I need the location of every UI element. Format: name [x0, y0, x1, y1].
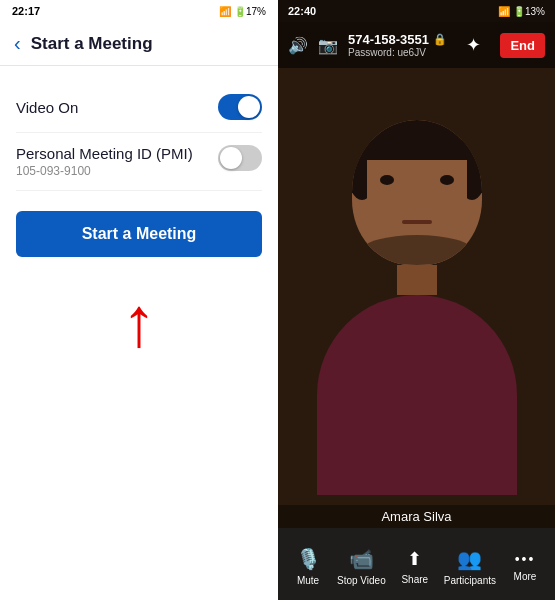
end-button[interactable]: End	[500, 33, 545, 58]
person-head	[352, 120, 482, 265]
back-button[interactable]: ‹	[14, 32, 21, 55]
toolbar-participants[interactable]: 👥 Participants	[444, 547, 496, 586]
person-beard	[362, 235, 472, 265]
share-label: Share	[401, 574, 428, 585]
mute-label: Mute	[297, 575, 319, 586]
right-panel: 22:40 📶 🔋13% 🔊 📷 574-158-3551 🔒 Password…	[278, 0, 555, 600]
right-signal-icon: 📶	[498, 6, 510, 17]
start-meeting-button[interactable]: Start a Meeting	[16, 211, 262, 257]
video-on-label: Video On	[16, 99, 78, 116]
person-neck	[397, 265, 437, 295]
meeting-header: 🔊 📷 574-158-3551 🔒 Password: ue6JV ✦ End	[278, 22, 555, 68]
left-header: ‹ Start a Meeting	[0, 22, 278, 66]
right-battery-icon: 🔋13%	[513, 6, 545, 17]
video-on-row: Video On	[16, 82, 262, 133]
meeting-id: 574-158-3551	[348, 32, 429, 47]
pmi-toggle[interactable]	[218, 145, 262, 171]
person-figure	[317, 120, 517, 540]
person-eye-left	[380, 175, 394, 185]
toolbar-mute[interactable]: 🎙️ Mute	[285, 547, 331, 586]
right-status-icons: 📶 🔋13%	[498, 6, 545, 17]
left-content: Video On Personal Meeting ID (PMI) 105-0…	[0, 66, 278, 600]
arrow-annotation: ↑	[16, 287, 262, 357]
left-status-icons: 📶 🔋17%	[219, 6, 266, 17]
right-time: 22:40	[288, 5, 316, 17]
lock-icon: 🔒	[433, 33, 447, 46]
meeting-password: Password: ue6JV	[348, 47, 447, 58]
toolbar-stop-video[interactable]: 📹 Stop Video	[337, 547, 386, 586]
right-status-bar: 22:40 📶 🔋13%	[278, 0, 555, 22]
pmi-row: Personal Meeting ID (PMI) 105-093-9100	[16, 145, 262, 178]
stop-video-label: Stop Video	[337, 575, 386, 586]
battery-icon: 🔋17%	[234, 6, 266, 17]
participant-name: Amara Silva	[278, 505, 555, 528]
compass-icon[interactable]: ✦	[466, 34, 481, 56]
mute-icon: 🎙️	[296, 547, 321, 571]
left-panel: 22:17 📶 🔋17% ‹ Start a Meeting Video On …	[0, 0, 278, 600]
toggle-knob	[238, 96, 260, 118]
meeting-header-left: 🔊 📷 574-158-3551 🔒 Password: ue6JV	[288, 32, 447, 58]
pmi-toggle-knob	[220, 147, 242, 169]
left-time: 22:17	[12, 5, 40, 17]
up-arrow-icon: ↑	[122, 287, 157, 357]
person-eye-right	[440, 175, 454, 185]
page-title: Start a Meeting	[31, 34, 153, 54]
meeting-toolbar: 🎙️ Mute 📹 Stop Video ⬆ Share 👥 Participa…	[278, 528, 555, 600]
pmi-number: 105-093-9100	[16, 164, 193, 178]
speaker-icon[interactable]: 🔊	[288, 36, 308, 55]
person-body	[317, 295, 517, 495]
left-status-bar: 22:17 📶 🔋17%	[0, 0, 278, 22]
toolbar-share[interactable]: ⬆ Share	[392, 548, 438, 585]
more-label: More	[514, 571, 537, 582]
meeting-id-row: 574-158-3551 🔒	[348, 32, 447, 47]
pmi-title: Personal Meeting ID (PMI)	[16, 145, 193, 162]
person-mouth	[402, 220, 432, 224]
signal-icon: 📶	[219, 6, 231, 17]
participants-label: Participants	[444, 575, 496, 586]
share-icon: ⬆	[407, 548, 422, 570]
video-on-toggle[interactable]	[218, 94, 262, 120]
toolbar-more[interactable]: ••• More	[502, 551, 548, 582]
more-icon: •••	[515, 551, 536, 567]
pmi-section: Personal Meeting ID (PMI) 105-093-9100	[16, 133, 262, 191]
stop-video-icon: 📹	[349, 547, 374, 571]
meeting-info: 574-158-3551 🔒 Password: ue6JV	[348, 32, 447, 58]
pmi-label-group: Personal Meeting ID (PMI) 105-093-9100	[16, 145, 193, 178]
participants-icon: 👥	[457, 547, 482, 571]
camera-rotate-icon[interactable]: 📷	[318, 36, 338, 55]
